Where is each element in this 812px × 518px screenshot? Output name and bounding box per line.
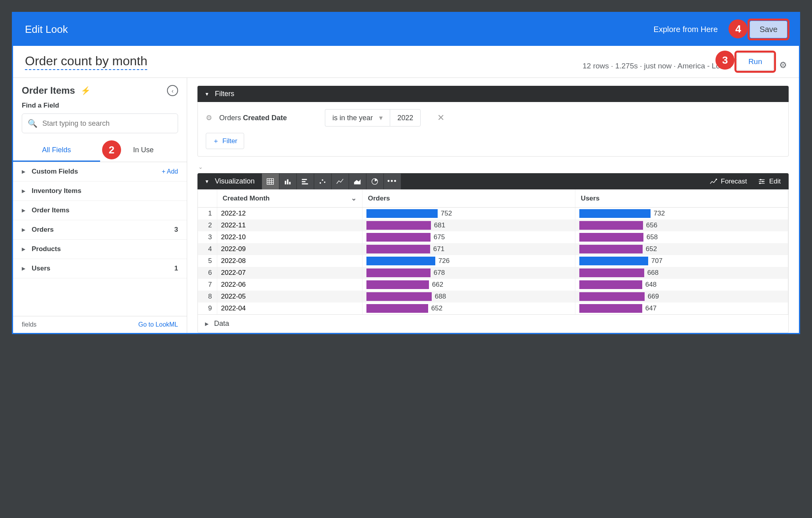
- cell-orders: 652: [362, 302, 575, 314]
- viz-panel-toggle[interactable]: ▼ Visualization: [197, 173, 262, 189]
- table-row[interactable]: 1 2022-12 752 732: [198, 208, 788, 220]
- field-category-users[interactable]: ▶ Users 1: [13, 259, 187, 278]
- row-number: 7: [198, 279, 217, 291]
- collapse-sidebar-icon[interactable]: ‹: [167, 85, 178, 96]
- run-button[interactable]: Run: [737, 53, 774, 70]
- table-row[interactable]: 7 2022-06 662 648: [198, 279, 788, 291]
- field-category-inventory-items[interactable]: ▶ Inventory Items: [13, 181, 187, 201]
- main-pane: ▼ Filters ⚙ Orders Created Date is in th…: [187, 78, 799, 333]
- table-row[interactable]: 9 2022-04 652 647: [198, 302, 788, 314]
- svg-point-20: [760, 179, 761, 180]
- table-row[interactable]: 2 2022-11 681 656: [198, 219, 788, 231]
- forecast-button[interactable]: Forecast: [709, 177, 747, 186]
- cell-month: 2022-10: [217, 231, 362, 243]
- viz-table-icon[interactable]: [262, 174, 279, 189]
- category-count: 3: [175, 226, 178, 234]
- table-row[interactable]: 3 2022-10 675 658: [198, 231, 788, 243]
- filter-op-select[interactable]: is in the year▾: [325, 109, 390, 127]
- table-row[interactable]: 4 2022-09 671 652: [198, 243, 788, 255]
- svg-rect-5: [285, 181, 286, 184]
- filters-panel-label: Filters: [215, 90, 234, 98]
- data-panel-header[interactable]: ▶ Data: [197, 315, 789, 333]
- field-category-list: ▶ Custom Fields + Add▶ Inventory Items ▶…: [13, 162, 187, 278]
- viz-pie-icon[interactable]: [366, 174, 384, 189]
- go-to-lookml-link[interactable]: Go to LookML: [138, 321, 178, 328]
- svg-point-16: [715, 178, 717, 180]
- cell-users: 707: [575, 255, 788, 267]
- category-label: Custom Fields: [32, 168, 162, 176]
- table-row[interactable]: 5 2022-08 726 707: [198, 255, 788, 267]
- table-row[interactable]: 8 2022-05 688 669: [198, 291, 788, 302]
- col-header-orders[interactable]: Orders: [362, 189, 575, 208]
- cell-users: 656: [575, 219, 788, 231]
- col-header-users[interactable]: Users: [575, 189, 788, 208]
- viz-more-icon[interactable]: •••: [384, 174, 401, 189]
- field-category-products[interactable]: ▶ Products: [13, 240, 187, 259]
- filters-panel-body: ⚙ Orders Created Date is in the year▾ 20…: [197, 102, 789, 157]
- chevron-down-icon[interactable]: ⌄: [351, 194, 357, 202]
- filter-value-input[interactable]: 2022: [390, 109, 421, 127]
- field-category-orders[interactable]: ▶ Orders 3: [13, 220, 187, 240]
- add-filter-button[interactable]: ＋ Filter: [206, 133, 244, 149]
- filter-field-label: Orders Created Date: [219, 114, 287, 122]
- search-input-wrap[interactable]: 🔍: [22, 113, 178, 133]
- viz-bar-icon[interactable]: [297, 174, 314, 189]
- viz-column-icon[interactable]: [279, 174, 297, 189]
- field-category-order-items[interactable]: ▶ Order Items: [13, 201, 187, 220]
- callout-marker-3: 3: [715, 51, 734, 70]
- topbar-actions: Explore from Here Ca Save 4: [654, 21, 787, 38]
- category-label: Products: [32, 245, 178, 253]
- filter-gear-icon[interactable]: ⚙: [206, 113, 212, 122]
- field-category-custom-fields[interactable]: ▶ Custom Fields + Add: [13, 162, 187, 181]
- look-title-input[interactable]: Order count by month: [25, 54, 147, 70]
- collapse-hint-icon[interactable]: ⌄: [198, 164, 789, 170]
- cell-users: 648: [575, 279, 788, 291]
- look-header: Order count by month Time Z 12 rows · 1.…: [13, 46, 799, 78]
- svg-rect-0: [267, 178, 274, 184]
- cell-orders: 752: [362, 208, 575, 220]
- svg-point-13: [324, 181, 326, 183]
- plus-icon: ＋: [212, 136, 219, 146]
- row-number: 6: [198, 267, 217, 279]
- save-button[interactable]: Save: [750, 21, 787, 38]
- cell-orders: 678: [362, 267, 575, 279]
- field-tabs: All Fields In Use 2: [13, 140, 187, 162]
- filters-panel-header[interactable]: ▼ Filters: [197, 86, 789, 102]
- caret-down-icon: ▼: [205, 91, 209, 97]
- viz-area-icon[interactable]: [349, 174, 366, 189]
- viz-line-icon[interactable]: [332, 174, 349, 189]
- viz-edit-button[interactable]: Edit: [757, 177, 781, 186]
- viz-table[interactable]: Created Month ⌄ Orders Users 1 2022-12 7…: [197, 189, 789, 315]
- cell-month: 2022-08: [217, 255, 362, 267]
- settings-gear-icon[interactable]: ⚙: [779, 60, 787, 70]
- remove-filter-icon[interactable]: ✕: [437, 113, 444, 123]
- viz-scatter-icon[interactable]: [314, 174, 332, 189]
- svg-marker-14: [354, 179, 361, 184]
- cell-orders: 675: [362, 231, 575, 243]
- caret-right-icon: ▶: [22, 208, 25, 213]
- row-number: 8: [198, 291, 217, 302]
- caret-right-icon: ▶: [22, 266, 25, 271]
- explore-name: Order Items: [22, 85, 75, 96]
- cell-users: 668: [575, 267, 788, 279]
- app-frame: Edit Look Explore from Here Ca Save 4 Or…: [12, 12, 800, 334]
- cell-users: 732: [575, 208, 788, 220]
- row-number: 5: [198, 255, 217, 267]
- add-custom-field-link[interactable]: + Add: [162, 168, 178, 175]
- category-label: Users: [32, 265, 175, 272]
- fields-count-label: fields: [22, 321, 138, 328]
- cell-month: 2022-09: [217, 243, 362, 255]
- chevron-down-icon: ▾: [379, 113, 383, 122]
- viz-panel-header: ▼ Visualization ••• Forecast: [197, 173, 789, 189]
- bolt-icon[interactable]: ⚡: [81, 86, 91, 95]
- cell-month: 2022-12: [217, 208, 362, 220]
- table-row[interactable]: 6 2022-07 678 668: [198, 267, 788, 279]
- explore-from-here-link[interactable]: Explore from Here: [654, 25, 718, 34]
- cell-month: 2022-04: [217, 302, 362, 314]
- tab-all-fields[interactable]: All Fields: [13, 140, 100, 162]
- field-search-input[interactable]: [42, 119, 172, 128]
- col-header-month[interactable]: Created Month ⌄: [217, 189, 362, 208]
- find-field-label: Find a Field: [13, 102, 187, 110]
- cell-orders: 671: [362, 243, 575, 255]
- row-number: 4: [198, 243, 217, 255]
